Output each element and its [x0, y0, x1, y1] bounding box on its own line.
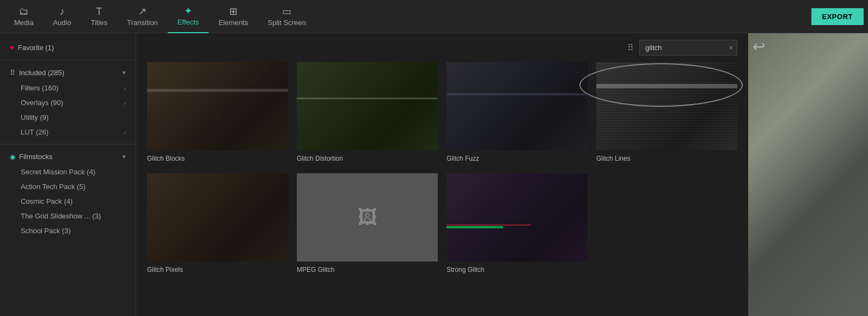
- grid-icon: ⠿: [10, 69, 15, 77]
- effects-icon: ✦: [184, 6, 192, 16]
- nav-label-media: Media: [14, 19, 33, 27]
- nav-label-transition: Transition: [127, 19, 158, 27]
- effect-item-glitch-blocks[interactable]: Glitch Blocks: [147, 62, 288, 162]
- nav-item-titles[interactable]: T Titles: [81, 0, 118, 33]
- sidebar-utility-label: Utility (9): [21, 113, 48, 121]
- nav-label-elements: Elements: [218, 19, 248, 27]
- sidebar-filters-label: Filters (160): [21, 84, 58, 92]
- effect-item-mpeg-glitch[interactable]: 🖼MPEG Glitch: [297, 173, 438, 274]
- sidebar-divider-2: [0, 144, 136, 144]
- chevron-down-icon-2: ▾: [123, 153, 126, 160]
- effect-thumbnail-glitch-lines: [596, 62, 737, 150]
- preview-pane: ↩: [748, 33, 868, 316]
- sidebar-included-label: Included (285): [19, 69, 64, 77]
- arrow-right-icon-3: ›: [124, 129, 126, 136]
- search-input-wrap: ×: [639, 40, 737, 56]
- effect-thumb-inner-glitch-fuzz: [447, 62, 588, 150]
- export-button[interactable]: EXPORT: [811, 8, 864, 25]
- nav-label-split-screen: Split Screen: [268, 19, 306, 27]
- effect-item-glitch-distortion[interactable]: Glitch Distortion: [297, 62, 438, 162]
- mpeg-glitch-placeholder-icon: 🖼: [358, 206, 377, 229]
- sidebar-section-filmstocks[interactable]: ◉ Filmstocks ▾: [0, 149, 136, 165]
- sidebar-filmstocks-label: Filmstocks: [19, 153, 52, 161]
- sidebar-sub-school-pack[interactable]: School Pack (3): [0, 223, 136, 238]
- effect-label-glitch-fuzz: Glitch Fuzz: [447, 155, 479, 162]
- sidebar-sub-cosmic[interactable]: Cosmic Pack (4): [0, 194, 136, 209]
- main-area: ♥ Favorite (1) ⠿ Included (285) ▾ Filter…: [0, 33, 868, 316]
- elements-icon: ⊞: [229, 7, 237, 16]
- effect-thumbnail-glitch-pixels: [147, 173, 288, 262]
- effect-thumbnail-glitch-blocks: [147, 62, 288, 150]
- filmstocks-icon: ◉: [10, 153, 15, 161]
- transition-icon: ↗: [138, 7, 146, 16]
- nav-item-split-screen[interactable]: ▭ Split Screen: [258, 0, 316, 33]
- effect-item-glitch-fuzz[interactable]: Glitch Fuzz: [447, 62, 588, 162]
- nav-label-effects: Effects: [178, 18, 199, 26]
- titles-icon: T: [96, 7, 102, 16]
- effect-label-glitch-lines: Glitch Lines: [596, 155, 631, 162]
- sidebar-sub-action-tech[interactable]: Action Tech Pack (5): [0, 179, 136, 194]
- content-area: ⠿ × Glitch BlocksGlitch DistortionGlitch…: [136, 33, 748, 316]
- nav-item-effects[interactable]: ✦ Effects: [168, 0, 209, 33]
- effect-thumbnail-mpeg-glitch: 🖼: [297, 173, 438, 262]
- nav-item-media[interactable]: 🗂 Media: [4, 0, 43, 33]
- effect-thumb-inner-strong-glitch: [447, 173, 588, 262]
- sidebar-sub-grid-slideshow[interactable]: The Grid Slideshow ... (3): [0, 209, 136, 223]
- effect-label-glitch-distortion: Glitch Distortion: [297, 155, 343, 162]
- heart-icon: ♥: [10, 44, 14, 52]
- effects-grid: Glitch BlocksGlitch DistortionGlitch Fuz…: [136, 62, 748, 316]
- effect-thumbnail-strong-glitch: [447, 173, 588, 262]
- nav-label-titles: Titles: [91, 19, 108, 27]
- effect-thumbnail-glitch-fuzz: [447, 62, 588, 150]
- back-arrow-icon[interactable]: ↩: [753, 38, 765, 56]
- sidebar-sub-secret-mission[interactable]: Secret Mission Pack (4): [0, 165, 136, 179]
- sidebar-section-included[interactable]: ⠿ Included (285) ▾: [0, 65, 136, 81]
- nav-item-elements[interactable]: ⊞ Elements: [209, 0, 258, 33]
- preview-pane-inner: [748, 33, 868, 316]
- effect-thumb-inner-glitch-pixels: [147, 173, 288, 262]
- sidebar-action-tech-label: Action Tech Pack (5): [21, 183, 85, 191]
- effect-label-mpeg-glitch: MPEG Glitch: [297, 266, 334, 274]
- sidebar-sub-lut[interactable]: LUT (26) ›: [0, 125, 136, 139]
- effect-thumb-inner-glitch-lines: [596, 62, 737, 150]
- search-bar: ⠿ ×: [136, 33, 748, 62]
- sidebar-lut-label: LUT (26): [21, 128, 48, 136]
- effect-thumb-inner-mpeg-glitch: 🖼: [297, 173, 438, 262]
- effect-item-glitch-pixels[interactable]: Glitch Pixels: [147, 173, 288, 274]
- nav-label-audio: Audio: [53, 19, 71, 27]
- sidebar-overlays-label: Overlays (90): [21, 99, 63, 107]
- sidebar-favorite-label: Favorite (1): [18, 44, 54, 52]
- sidebar-cosmic-label: Cosmic Pack (4): [21, 197, 72, 205]
- effect-label-glitch-pixels: Glitch Pixels: [147, 266, 183, 274]
- sidebar: ♥ Favorite (1) ⠿ Included (285) ▾ Filter…: [0, 33, 136, 316]
- effect-label-glitch-blocks: Glitch Blocks: [147, 155, 185, 162]
- sidebar-divider-1: [0, 60, 136, 60]
- grid-dots-icon[interactable]: ⠿: [627, 42, 634, 53]
- chevron-down-icon: ▾: [123, 69, 126, 76]
- nav-item-audio[interactable]: ♪ Audio: [43, 0, 81, 33]
- effect-item-glitch-lines[interactable]: Glitch Lines: [596, 62, 737, 162]
- nav-item-transition[interactable]: ↗ Transition: [117, 0, 168, 33]
- sidebar-sub-utility[interactable]: Utility (9): [0, 110, 136, 125]
- sidebar-item-favorite[interactable]: ♥ Favorite (1): [0, 40, 136, 56]
- effect-thumb-inner-glitch-distortion: [297, 62, 438, 150]
- media-icon: 🗂: [19, 7, 29, 16]
- sidebar-school-pack-label: School Pack (3): [21, 227, 71, 235]
- effect-label-strong-glitch: Strong Glitch: [447, 266, 484, 274]
- search-input[interactable]: [639, 40, 737, 56]
- arrow-right-icon: ›: [124, 85, 126, 92]
- arrow-right-icon-2: ›: [124, 100, 126, 106]
- clear-search-button[interactable]: ×: [729, 44, 733, 52]
- top-navigation: 🗂 Media ♪ Audio T Titles ↗ Transition ✦ …: [0, 0, 868, 33]
- effect-thumb-inner-glitch-blocks: [147, 62, 288, 150]
- sidebar-secret-label: Secret Mission Pack (4): [21, 168, 95, 176]
- sidebar-sub-filters[interactable]: Filters (160) ›: [0, 81, 136, 95]
- effect-thumbnail-glitch-distortion: [297, 62, 438, 150]
- audio-icon: ♪: [60, 7, 65, 16]
- sidebar-grid-slideshow-label: The Grid Slideshow ... (3): [21, 212, 101, 220]
- split-screen-icon: ▭: [282, 7, 291, 16]
- sidebar-sub-overlays[interactable]: Overlays (90) ›: [0, 95, 136, 110]
- effect-item-strong-glitch[interactable]: Strong Glitch: [447, 173, 588, 274]
